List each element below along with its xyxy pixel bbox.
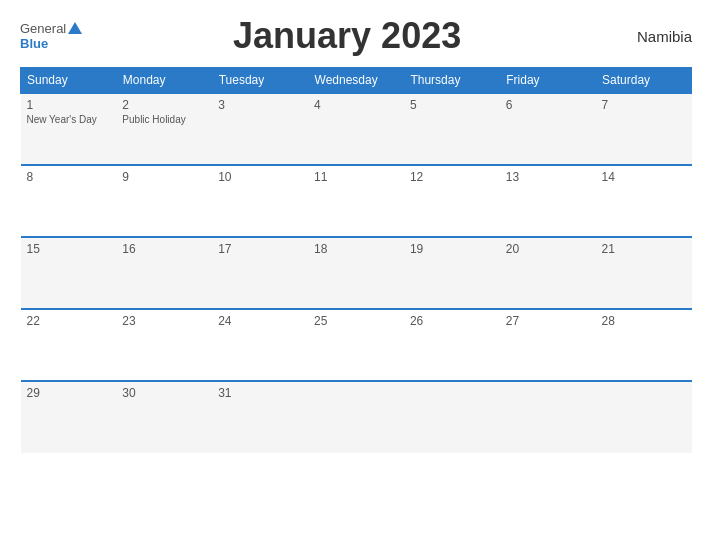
calendar-day-cell: 24 (212, 309, 308, 381)
logo-general-text: General (20, 21, 66, 36)
country-label: Namibia (612, 28, 692, 45)
day-number: 26 (410, 314, 494, 328)
day-number: 20 (506, 242, 590, 256)
month-title: January 2023 (82, 15, 612, 57)
day-number: 11 (314, 170, 398, 184)
calendar-page: General Blue January 2023 Namibia Sunday… (0, 0, 712, 550)
calendar-day-cell: 3 (212, 93, 308, 165)
calendar-day-cell: 27 (500, 309, 596, 381)
calendar-day-cell: 6 (500, 93, 596, 165)
calendar-day-cell: 4 (308, 93, 404, 165)
logo-blue-text: Blue (20, 36, 48, 51)
calendar-day-cell (308, 381, 404, 453)
calendar-week-row: 15161718192021 (21, 237, 692, 309)
header-wednesday: Wednesday (308, 68, 404, 94)
calendar-day-cell: 12 (404, 165, 500, 237)
calendar-table: Sunday Monday Tuesday Wednesday Thursday… (20, 67, 692, 453)
calendar-day-cell: 10 (212, 165, 308, 237)
calendar-day-cell: 7 (596, 93, 692, 165)
day-number: 28 (602, 314, 686, 328)
calendar-day-cell: 11 (308, 165, 404, 237)
calendar-day-cell: 8 (21, 165, 117, 237)
calendar-day-cell (596, 381, 692, 453)
day-number: 6 (506, 98, 590, 112)
day-number: 29 (27, 386, 111, 400)
day-number: 19 (410, 242, 494, 256)
day-number: 21 (602, 242, 686, 256)
calendar-day-cell: 17 (212, 237, 308, 309)
day-number: 15 (27, 242, 111, 256)
calendar-week-row: 891011121314 (21, 165, 692, 237)
holiday-label: Public Holiday (122, 114, 206, 125)
calendar-day-cell: 20 (500, 237, 596, 309)
header-tuesday: Tuesday (212, 68, 308, 94)
calendar-day-cell: 1New Year's Day (21, 93, 117, 165)
calendar-day-cell: 5 (404, 93, 500, 165)
day-number: 25 (314, 314, 398, 328)
day-number: 23 (122, 314, 206, 328)
weekday-header-row: Sunday Monday Tuesday Wednesday Thursday… (21, 68, 692, 94)
header-friday: Friday (500, 68, 596, 94)
calendar-day-cell: 25 (308, 309, 404, 381)
logo: General Blue (20, 21, 82, 51)
calendar-day-cell: 13 (500, 165, 596, 237)
day-number: 30 (122, 386, 206, 400)
calendar-day-cell (500, 381, 596, 453)
calendar-day-cell: 22 (21, 309, 117, 381)
calendar-day-cell: 31 (212, 381, 308, 453)
day-number: 1 (27, 98, 111, 112)
calendar-day-cell: 23 (116, 309, 212, 381)
day-number: 10 (218, 170, 302, 184)
calendar-day-cell: 29 (21, 381, 117, 453)
day-number: 3 (218, 98, 302, 112)
calendar-day-cell: 9 (116, 165, 212, 237)
calendar-day-cell: 19 (404, 237, 500, 309)
calendar-day-cell: 30 (116, 381, 212, 453)
day-number: 2 (122, 98, 206, 112)
day-number: 4 (314, 98, 398, 112)
calendar-day-cell (404, 381, 500, 453)
day-number: 27 (506, 314, 590, 328)
day-number: 12 (410, 170, 494, 184)
header-monday: Monday (116, 68, 212, 94)
calendar-week-row: 22232425262728 (21, 309, 692, 381)
calendar-day-cell: 16 (116, 237, 212, 309)
day-number: 22 (27, 314, 111, 328)
holiday-label: New Year's Day (27, 114, 111, 125)
calendar-day-cell: 21 (596, 237, 692, 309)
logo-triangle-icon (68, 22, 82, 34)
day-number: 9 (122, 170, 206, 184)
calendar-week-row: 293031 (21, 381, 692, 453)
calendar-day-cell: 18 (308, 237, 404, 309)
calendar-day-cell: 28 (596, 309, 692, 381)
header: General Blue January 2023 Namibia (20, 15, 692, 57)
day-number: 8 (27, 170, 111, 184)
day-number: 14 (602, 170, 686, 184)
calendar-day-cell: 15 (21, 237, 117, 309)
day-number: 18 (314, 242, 398, 256)
day-number: 5 (410, 98, 494, 112)
day-number: 24 (218, 314, 302, 328)
day-number: 31 (218, 386, 302, 400)
day-number: 16 (122, 242, 206, 256)
calendar-week-row: 1New Year's Day2Public Holiday34567 (21, 93, 692, 165)
day-number: 17 (218, 242, 302, 256)
calendar-day-cell: 26 (404, 309, 500, 381)
header-thursday: Thursday (404, 68, 500, 94)
header-saturday: Saturday (596, 68, 692, 94)
header-sunday: Sunday (21, 68, 117, 94)
day-number: 13 (506, 170, 590, 184)
calendar-day-cell: 2Public Holiday (116, 93, 212, 165)
calendar-day-cell: 14 (596, 165, 692, 237)
day-number: 7 (602, 98, 686, 112)
